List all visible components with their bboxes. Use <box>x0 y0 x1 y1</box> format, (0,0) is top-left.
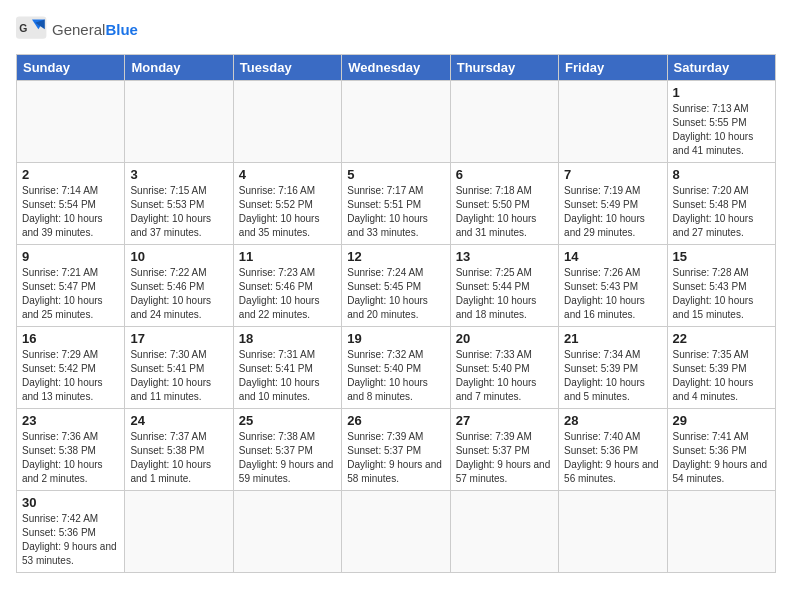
day-cell: 10Sunrise: 7:22 AM Sunset: 5:46 PM Dayli… <box>125 245 233 327</box>
weekday-header-saturday: Saturday <box>667 55 775 81</box>
logo-blue: Blue <box>105 21 138 38</box>
day-info: Sunrise: 7:41 AM Sunset: 5:36 PM Dayligh… <box>673 430 770 486</box>
day-number: 30 <box>22 495 119 510</box>
logo-icon: G <box>16 16 48 44</box>
day-cell: 27Sunrise: 7:39 AM Sunset: 5:37 PM Dayli… <box>450 409 558 491</box>
day-number: 4 <box>239 167 336 182</box>
day-cell: 2Sunrise: 7:14 AM Sunset: 5:54 PM Daylig… <box>17 163 125 245</box>
day-number: 1 <box>673 85 770 100</box>
day-cell: 6Sunrise: 7:18 AM Sunset: 5:50 PM Daylig… <box>450 163 558 245</box>
day-cell: 1Sunrise: 7:13 AM Sunset: 5:55 PM Daylig… <box>667 81 775 163</box>
day-info: Sunrise: 7:14 AM Sunset: 5:54 PM Dayligh… <box>22 184 119 240</box>
weekday-header-row: SundayMondayTuesdayWednesdayThursdayFrid… <box>17 55 776 81</box>
day-cell: 17Sunrise: 7:30 AM Sunset: 5:41 PM Dayli… <box>125 327 233 409</box>
weekday-header-tuesday: Tuesday <box>233 55 341 81</box>
day-info: Sunrise: 7:24 AM Sunset: 5:45 PM Dayligh… <box>347 266 444 322</box>
day-info: Sunrise: 7:17 AM Sunset: 5:51 PM Dayligh… <box>347 184 444 240</box>
day-number: 17 <box>130 331 227 346</box>
week-row-6: 30Sunrise: 7:42 AM Sunset: 5:36 PM Dayli… <box>17 491 776 573</box>
day-cell: 16Sunrise: 7:29 AM Sunset: 5:42 PM Dayli… <box>17 327 125 409</box>
day-info: Sunrise: 7:21 AM Sunset: 5:47 PM Dayligh… <box>22 266 119 322</box>
day-cell <box>233 81 341 163</box>
day-info: Sunrise: 7:16 AM Sunset: 5:52 PM Dayligh… <box>239 184 336 240</box>
day-cell: 25Sunrise: 7:38 AM Sunset: 5:37 PM Dayli… <box>233 409 341 491</box>
day-cell: 8Sunrise: 7:20 AM Sunset: 5:48 PM Daylig… <box>667 163 775 245</box>
day-number: 6 <box>456 167 553 182</box>
day-info: Sunrise: 7:22 AM Sunset: 5:46 PM Dayligh… <box>130 266 227 322</box>
logo-general: General <box>52 21 105 38</box>
day-cell <box>342 491 450 573</box>
day-cell: 23Sunrise: 7:36 AM Sunset: 5:38 PM Dayli… <box>17 409 125 491</box>
day-number: 13 <box>456 249 553 264</box>
day-number: 14 <box>564 249 661 264</box>
day-cell: 26Sunrise: 7:39 AM Sunset: 5:37 PM Dayli… <box>342 409 450 491</box>
day-info: Sunrise: 7:26 AM Sunset: 5:43 PM Dayligh… <box>564 266 661 322</box>
day-info: Sunrise: 7:34 AM Sunset: 5:39 PM Dayligh… <box>564 348 661 404</box>
day-number: 10 <box>130 249 227 264</box>
day-cell <box>559 491 667 573</box>
day-number: 24 <box>130 413 227 428</box>
week-row-5: 23Sunrise: 7:36 AM Sunset: 5:38 PM Dayli… <box>17 409 776 491</box>
day-cell: 3Sunrise: 7:15 AM Sunset: 5:53 PM Daylig… <box>125 163 233 245</box>
day-info: Sunrise: 7:19 AM Sunset: 5:49 PM Dayligh… <box>564 184 661 240</box>
weekday-header-thursday: Thursday <box>450 55 558 81</box>
day-info: Sunrise: 7:33 AM Sunset: 5:40 PM Dayligh… <box>456 348 553 404</box>
day-number: 29 <box>673 413 770 428</box>
day-info: Sunrise: 7:23 AM Sunset: 5:46 PM Dayligh… <box>239 266 336 322</box>
day-cell <box>342 81 450 163</box>
day-cell: 13Sunrise: 7:25 AM Sunset: 5:44 PM Dayli… <box>450 245 558 327</box>
day-cell <box>559 81 667 163</box>
calendar: SundayMondayTuesdayWednesdayThursdayFrid… <box>16 54 776 573</box>
day-cell: 18Sunrise: 7:31 AM Sunset: 5:41 PM Dayli… <box>233 327 341 409</box>
day-number: 11 <box>239 249 336 264</box>
day-number: 26 <box>347 413 444 428</box>
day-cell: 20Sunrise: 7:33 AM Sunset: 5:40 PM Dayli… <box>450 327 558 409</box>
week-row-4: 16Sunrise: 7:29 AM Sunset: 5:42 PM Dayli… <box>17 327 776 409</box>
day-cell: 4Sunrise: 7:16 AM Sunset: 5:52 PM Daylig… <box>233 163 341 245</box>
day-number: 27 <box>456 413 553 428</box>
day-cell: 5Sunrise: 7:17 AM Sunset: 5:51 PM Daylig… <box>342 163 450 245</box>
day-number: 20 <box>456 331 553 346</box>
week-row-3: 9Sunrise: 7:21 AM Sunset: 5:47 PM Daylig… <box>17 245 776 327</box>
day-number: 25 <box>239 413 336 428</box>
day-info: Sunrise: 7:39 AM Sunset: 5:37 PM Dayligh… <box>456 430 553 486</box>
day-info: Sunrise: 7:38 AM Sunset: 5:37 PM Dayligh… <box>239 430 336 486</box>
day-number: 23 <box>22 413 119 428</box>
day-number: 9 <box>22 249 119 264</box>
week-row-2: 2Sunrise: 7:14 AM Sunset: 5:54 PM Daylig… <box>17 163 776 245</box>
day-cell: 24Sunrise: 7:37 AM Sunset: 5:38 PM Dayli… <box>125 409 233 491</box>
weekday-header-wednesday: Wednesday <box>342 55 450 81</box>
day-info: Sunrise: 7:37 AM Sunset: 5:38 PM Dayligh… <box>130 430 227 486</box>
day-cell: 7Sunrise: 7:19 AM Sunset: 5:49 PM Daylig… <box>559 163 667 245</box>
day-cell: 11Sunrise: 7:23 AM Sunset: 5:46 PM Dayli… <box>233 245 341 327</box>
day-cell: 14Sunrise: 7:26 AM Sunset: 5:43 PM Dayli… <box>559 245 667 327</box>
day-number: 22 <box>673 331 770 346</box>
day-cell: 19Sunrise: 7:32 AM Sunset: 5:40 PM Dayli… <box>342 327 450 409</box>
day-cell <box>450 491 558 573</box>
weekday-header-monday: Monday <box>125 55 233 81</box>
day-cell <box>450 81 558 163</box>
weekday-header-sunday: Sunday <box>17 55 125 81</box>
day-cell <box>17 81 125 163</box>
day-info: Sunrise: 7:29 AM Sunset: 5:42 PM Dayligh… <box>22 348 119 404</box>
day-cell: 9Sunrise: 7:21 AM Sunset: 5:47 PM Daylig… <box>17 245 125 327</box>
day-cell: 28Sunrise: 7:40 AM Sunset: 5:36 PM Dayli… <box>559 409 667 491</box>
day-cell <box>233 491 341 573</box>
day-info: Sunrise: 7:30 AM Sunset: 5:41 PM Dayligh… <box>130 348 227 404</box>
day-info: Sunrise: 7:28 AM Sunset: 5:43 PM Dayligh… <box>673 266 770 322</box>
day-cell: 29Sunrise: 7:41 AM Sunset: 5:36 PM Dayli… <box>667 409 775 491</box>
day-info: Sunrise: 7:40 AM Sunset: 5:36 PM Dayligh… <box>564 430 661 486</box>
day-info: Sunrise: 7:13 AM Sunset: 5:55 PM Dayligh… <box>673 102 770 158</box>
day-info: Sunrise: 7:39 AM Sunset: 5:37 PM Dayligh… <box>347 430 444 486</box>
day-cell: 30Sunrise: 7:42 AM Sunset: 5:36 PM Dayli… <box>17 491 125 573</box>
logo: G GeneralBlue <box>16 16 138 44</box>
day-info: Sunrise: 7:36 AM Sunset: 5:38 PM Dayligh… <box>22 430 119 486</box>
day-cell: 12Sunrise: 7:24 AM Sunset: 5:45 PM Dayli… <box>342 245 450 327</box>
day-cell: 15Sunrise: 7:28 AM Sunset: 5:43 PM Dayli… <box>667 245 775 327</box>
day-number: 7 <box>564 167 661 182</box>
week-row-1: 1Sunrise: 7:13 AM Sunset: 5:55 PM Daylig… <box>17 81 776 163</box>
day-info: Sunrise: 7:42 AM Sunset: 5:36 PM Dayligh… <box>22 512 119 568</box>
day-number: 2 <box>22 167 119 182</box>
day-info: Sunrise: 7:20 AM Sunset: 5:48 PM Dayligh… <box>673 184 770 240</box>
day-info: Sunrise: 7:32 AM Sunset: 5:40 PM Dayligh… <box>347 348 444 404</box>
